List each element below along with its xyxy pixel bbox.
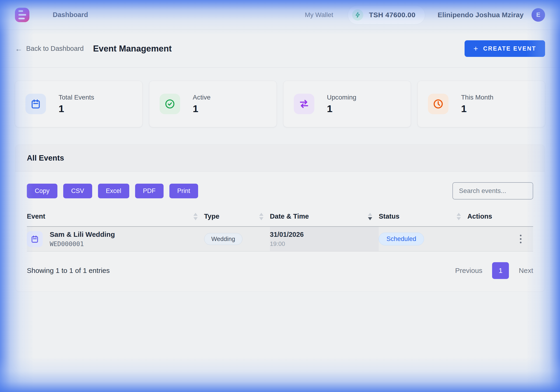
table-toolbar: Copy CSV Excel PDF Print bbox=[15, 172, 545, 200]
stat-value: 1 bbox=[461, 103, 493, 115]
all-events-panel: All Events Copy CSV Excel PDF Print Even… bbox=[15, 144, 545, 292]
column-label: Status bbox=[379, 212, 400, 220]
stat-label: Upcoming bbox=[327, 94, 356, 101]
calendar-icon bbox=[25, 94, 46, 114]
main-content: Total Events 1 Active 1 Upcoming 1 bbox=[0, 81, 560, 292]
row-actions-kebab-icon[interactable] bbox=[516, 232, 525, 246]
stat-card-upcoming: Upcoming 1 bbox=[283, 81, 411, 127]
stat-card-total-events: Total Events 1 bbox=[15, 81, 143, 127]
back-to-dashboard-link[interactable]: ← Back to Dashboard bbox=[15, 45, 84, 52]
page-header: ← Back to Dashboard Event Management + C… bbox=[0, 30, 560, 67]
user-name: Elinipendo Joshua Mziray bbox=[438, 11, 524, 19]
calendar-icon bbox=[27, 231, 43, 247]
header-right: My Wallet TSH 47600.00 Elinipendo Joshua… bbox=[305, 5, 545, 24]
event-name: Sam & Lili Wedding bbox=[50, 230, 115, 239]
search-input[interactable] bbox=[452, 182, 533, 200]
event-date: 31/01/2026 bbox=[270, 231, 379, 239]
pdf-button[interactable]: PDF bbox=[135, 184, 164, 198]
nav-dashboard-link[interactable]: Dashboard bbox=[53, 11, 88, 19]
create-event-button[interactable]: + CREATE EVENT bbox=[465, 40, 545, 57]
back-arrow-icon: ← bbox=[15, 45, 22, 52]
clock-icon bbox=[428, 94, 449, 114]
stat-card-active: Active 1 bbox=[149, 81, 277, 127]
entries-info: Showing 1 to 1 of 1 entries bbox=[27, 267, 110, 275]
stat-value: 1 bbox=[327, 103, 356, 115]
sort-icon[interactable] bbox=[193, 213, 198, 220]
column-header-date-time[interactable]: Date & Time bbox=[270, 209, 379, 227]
column-header-event[interactable]: Event bbox=[27, 209, 204, 227]
back-link-label: Back to Dashboard bbox=[26, 45, 84, 52]
pagination-next[interactable]: Next bbox=[519, 267, 533, 275]
panel-title: All Events bbox=[27, 153, 533, 163]
panel-header: All Events bbox=[15, 145, 545, 172]
pagination-page-1[interactable]: 1 bbox=[492, 262, 509, 279]
event-time: 19:00 bbox=[270, 240, 379, 248]
status-badge: Scheduled bbox=[379, 233, 424, 245]
sort-icon[interactable] bbox=[457, 213, 461, 220]
stats-row: Total Events 1 Active 1 Upcoming 1 bbox=[15, 81, 545, 127]
pagination: Previous 1 Next bbox=[455, 262, 533, 279]
table-header-row: Event Type Date & Time bbox=[27, 209, 533, 227]
stat-label: Total Events bbox=[59, 94, 94, 101]
copy-button[interactable]: Copy bbox=[27, 184, 57, 198]
table-row[interactable]: Sam & Lili Wedding WED000001 Wedding 31/… bbox=[27, 227, 533, 251]
column-header-actions: Actions bbox=[467, 209, 533, 227]
excel-button[interactable]: Excel bbox=[98, 184, 129, 198]
user-avatar[interactable]: E bbox=[531, 8, 545, 22]
create-event-label: CREATE EVENT bbox=[483, 45, 536, 52]
column-label: Date & Time bbox=[270, 212, 309, 220]
event-cell[interactable]: Sam & Lili Wedding WED000001 bbox=[27, 230, 204, 248]
column-label: Event bbox=[27, 212, 45, 220]
plus-icon: + bbox=[473, 46, 478, 52]
stat-label: This Month bbox=[461, 94, 493, 101]
sort-icon-descending[interactable] bbox=[368, 213, 372, 220]
column-label: Type bbox=[204, 212, 220, 220]
stat-label: Active bbox=[193, 94, 210, 101]
app-logo-icon[interactable] bbox=[15, 8, 30, 22]
event-code: WED000001 bbox=[50, 240, 115, 248]
page-title: Event Management bbox=[93, 44, 172, 54]
events-table: Event Type Date & Time bbox=[27, 209, 533, 251]
column-header-status[interactable]: Status bbox=[379, 209, 467, 227]
csv-button[interactable]: CSV bbox=[63, 184, 92, 198]
print-button[interactable]: Print bbox=[170, 184, 198, 198]
stat-value: 1 bbox=[193, 103, 210, 115]
wallet-balance-value: TSH 47600.00 bbox=[369, 11, 415, 19]
wallet-balance-pill[interactable]: TSH 47600.00 bbox=[348, 5, 425, 24]
pagination-previous[interactable]: Previous bbox=[455, 267, 482, 275]
event-type-badge: Wedding bbox=[204, 233, 242, 245]
table-footer: Showing 1 to 1 of 1 entries Previous 1 N… bbox=[15, 251, 545, 292]
top-header: Dashboard My Wallet TSH 47600.00 Elinipe… bbox=[0, 0, 560, 30]
check-circle-icon bbox=[160, 94, 180, 114]
stat-card-this-month: This Month 1 bbox=[417, 81, 545, 127]
column-header-type[interactable]: Type bbox=[204, 209, 270, 227]
lightning-bolt-icon bbox=[352, 9, 363, 20]
column-label: Actions bbox=[467, 212, 492, 220]
transfer-arrows-icon bbox=[294, 94, 314, 114]
my-wallet-link[interactable]: My Wallet bbox=[305, 11, 333, 19]
stat-value: 1 bbox=[59, 103, 94, 115]
sort-icon[interactable] bbox=[259, 213, 263, 220]
